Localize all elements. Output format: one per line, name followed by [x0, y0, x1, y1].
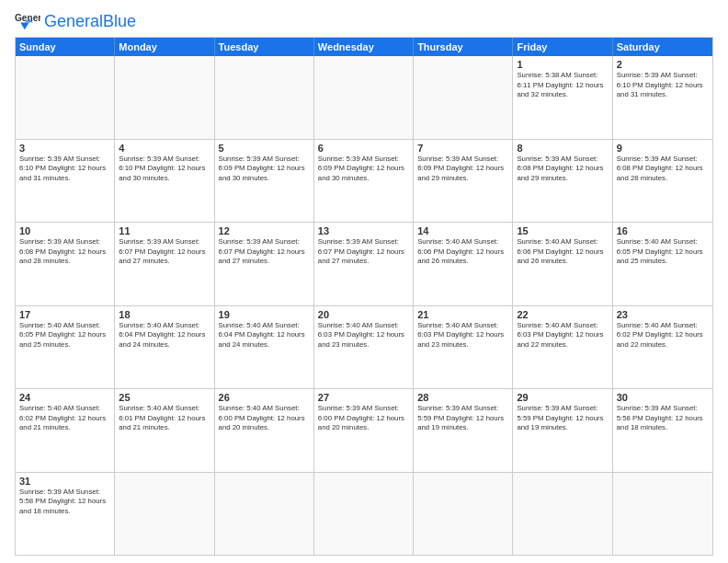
calendar-cell: 11Sunrise: 5:39 AM Sunset: 6:07 PM Dayli… [115, 223, 214, 305]
day-number: 7 [417, 143, 508, 154]
calendar-cell [115, 56, 214, 139]
calendar-cell: 6Sunrise: 5:39 AM Sunset: 6:09 PM Daylig… [314, 140, 414, 223]
day-info: Sunrise: 5:40 AM Sunset: 6:01 PM Dayligh… [119, 404, 210, 433]
day-info: Sunrise: 5:39 AM Sunset: 5:59 PM Dayligh… [517, 404, 608, 433]
calendar-cell: 18Sunrise: 5:40 AM Sunset: 6:04 PM Dayli… [115, 306, 214, 389]
calendar-row: 17Sunrise: 5:40 AM Sunset: 6:05 PM Dayli… [16, 306, 712, 390]
calendar-cell: 21Sunrise: 5:40 AM Sunset: 6:03 PM Dayli… [414, 306, 513, 389]
day-info: Sunrise: 5:40 AM Sunset: 6:04 PM Dayligh… [119, 321, 210, 350]
calendar-cell: 19Sunrise: 5:40 AM Sunset: 6:04 PM Dayli… [215, 306, 314, 389]
calendar-cell: 7Sunrise: 5:39 AM Sunset: 6:09 PM Daylig… [414, 140, 513, 223]
day-number: 6 [318, 143, 409, 154]
calendar-cell: 17Sunrise: 5:40 AM Sunset: 6:05 PM Dayli… [16, 306, 115, 389]
day-info: Sunrise: 5:39 AM Sunset: 5:59 PM Dayligh… [417, 404, 508, 433]
calendar-cell [215, 56, 314, 139]
day-number: 4 [119, 143, 210, 154]
day-info: Sunrise: 5:39 AM Sunset: 6:09 PM Dayligh… [318, 155, 409, 184]
calendar-cell: 1Sunrise: 5:38 AM Sunset: 6:11 PM Daylig… [513, 56, 612, 139]
day-info: Sunrise: 5:40 AM Sunset: 6:03 PM Dayligh… [517, 321, 608, 350]
day-info: Sunrise: 5:40 AM Sunset: 6:02 PM Dayligh… [617, 321, 709, 350]
day-info: Sunrise: 5:40 AM Sunset: 6:00 PM Dayligh… [219, 404, 310, 433]
calendar-cell: 13Sunrise: 5:39 AM Sunset: 6:07 PM Dayli… [314, 223, 414, 305]
day-number: 1 [517, 59, 608, 70]
day-number: 25 [119, 392, 210, 403]
day-number: 5 [219, 143, 310, 154]
calendar-cell: 20Sunrise: 5:40 AM Sunset: 6:03 PM Dayli… [314, 306, 414, 389]
calendar-cell: 29Sunrise: 5:39 AM Sunset: 5:59 PM Dayli… [513, 389, 612, 472]
logo-text: GeneralBlue [44, 13, 136, 29]
calendar-row: 1Sunrise: 5:38 AM Sunset: 6:11 PM Daylig… [16, 56, 712, 140]
calendar-cell [414, 473, 513, 556]
day-info: Sunrise: 5:39 AM Sunset: 6:08 PM Dayligh… [617, 155, 709, 184]
day-number: 16 [617, 225, 709, 236]
day-number: 10 [19, 225, 110, 236]
calendar-cell: 28Sunrise: 5:39 AM Sunset: 5:59 PM Dayli… [414, 389, 513, 472]
calendar-row: 31Sunrise: 5:39 AM Sunset: 5:58 PM Dayli… [16, 473, 712, 556]
day-number: 19 [219, 309, 310, 320]
day-number: 8 [517, 143, 608, 154]
day-info: Sunrise: 5:40 AM Sunset: 6:05 PM Dayligh… [19, 321, 110, 350]
calendar-cell: 15Sunrise: 5:40 AM Sunset: 6:06 PM Dayli… [513, 223, 612, 305]
day-number: 22 [517, 309, 608, 320]
generalblue-logo-icon: General [15, 11, 40, 31]
day-info: Sunrise: 5:39 AM Sunset: 5:58 PM Dayligh… [19, 488, 110, 517]
day-info: Sunrise: 5:40 AM Sunset: 6:05 PM Dayligh… [617, 237, 709, 267]
day-number: 23 [617, 309, 709, 320]
day-number: 12 [219, 225, 310, 236]
day-info: Sunrise: 5:39 AM Sunset: 6:10 PM Dayligh… [19, 155, 110, 184]
calendar-cell [115, 473, 214, 556]
calendar-cell: 12Sunrise: 5:39 AM Sunset: 6:07 PM Dayli… [215, 223, 314, 305]
calendar-row: 24Sunrise: 5:40 AM Sunset: 6:02 PM Dayli… [16, 389, 712, 473]
logo: General GeneralBlue [15, 11, 136, 31]
day-number: 11 [119, 225, 210, 236]
day-number: 15 [517, 225, 608, 236]
calendar-cell: 4Sunrise: 5:39 AM Sunset: 6:10 PM Daylig… [115, 140, 214, 223]
day-info: Sunrise: 5:39 AM Sunset: 6:07 PM Dayligh… [119, 237, 210, 267]
cal-header-day: Tuesday [215, 38, 314, 56]
calendar-cell: 23Sunrise: 5:40 AM Sunset: 6:02 PM Dayli… [613, 306, 712, 389]
calendar-cell [16, 56, 115, 139]
calendar-cell: 5Sunrise: 5:39 AM Sunset: 6:09 PM Daylig… [215, 140, 314, 223]
calendar-cell: 30Sunrise: 5:39 AM Sunset: 5:58 PM Dayli… [613, 389, 712, 472]
day-number: 24 [19, 392, 110, 403]
day-info: Sunrise: 5:39 AM Sunset: 6:08 PM Dayligh… [517, 155, 608, 184]
day-number: 13 [318, 225, 409, 236]
day-number: 29 [517, 392, 608, 403]
cal-header-day: Friday [513, 38, 612, 56]
day-info: Sunrise: 5:40 AM Sunset: 6:03 PM Dayligh… [417, 321, 508, 350]
header: General GeneralBlue [15, 11, 713, 31]
day-info: Sunrise: 5:40 AM Sunset: 6:04 PM Dayligh… [219, 321, 310, 350]
day-info: Sunrise: 5:39 AM Sunset: 6:07 PM Dayligh… [219, 237, 310, 267]
day-info: Sunrise: 5:40 AM Sunset: 6:06 PM Dayligh… [417, 237, 508, 267]
day-number: 20 [318, 309, 409, 320]
calendar-cell [314, 473, 414, 556]
cal-header-day: Wednesday [314, 38, 414, 56]
day-number: 31 [19, 476, 110, 487]
calendar-header: SundayMondayTuesdayWednesdayThursdayFrid… [16, 38, 712, 56]
day-info: Sunrise: 5:39 AM Sunset: 6:00 PM Dayligh… [318, 404, 409, 433]
calendar-row: 3Sunrise: 5:39 AM Sunset: 6:10 PM Daylig… [16, 140, 712, 224]
day-info: Sunrise: 5:40 AM Sunset: 6:06 PM Dayligh… [517, 237, 608, 267]
day-number: 28 [417, 392, 508, 403]
day-info: Sunrise: 5:39 AM Sunset: 6:08 PM Dayligh… [19, 237, 110, 267]
calendar-cell: 16Sunrise: 5:40 AM Sunset: 6:05 PM Dayli… [613, 223, 712, 305]
calendar-cell: 22Sunrise: 5:40 AM Sunset: 6:03 PM Dayli… [513, 306, 612, 389]
calendar-cell: 26Sunrise: 5:40 AM Sunset: 6:00 PM Dayli… [215, 389, 314, 472]
day-number: 3 [19, 143, 110, 154]
day-info: Sunrise: 5:39 AM Sunset: 6:10 PM Dayligh… [119, 155, 210, 184]
calendar-cell: 27Sunrise: 5:39 AM Sunset: 6:00 PM Dayli… [314, 389, 414, 472]
calendar-cell [314, 56, 414, 139]
calendar-cell: 10Sunrise: 5:39 AM Sunset: 6:08 PM Dayli… [16, 223, 115, 305]
calendar-cell: 3Sunrise: 5:39 AM Sunset: 6:10 PM Daylig… [16, 140, 115, 223]
calendar-cell: 31Sunrise: 5:39 AM Sunset: 5:58 PM Dayli… [16, 473, 115, 556]
calendar-cell [513, 473, 612, 556]
page: General GeneralBlue SundayMondayTuesdayW… [0, 0, 728, 563]
day-number: 9 [617, 143, 709, 154]
calendar-cell: 8Sunrise: 5:39 AM Sunset: 6:08 PM Daylig… [513, 140, 612, 223]
day-info: Sunrise: 5:40 AM Sunset: 6:02 PM Dayligh… [19, 404, 110, 433]
day-info: Sunrise: 5:39 AM Sunset: 6:09 PM Dayligh… [417, 155, 508, 184]
day-number: 27 [318, 392, 409, 403]
day-number: 2 [617, 59, 709, 70]
calendar-cell: 24Sunrise: 5:40 AM Sunset: 6:02 PM Dayli… [16, 389, 115, 472]
svg-marker-1 [20, 23, 28, 30]
